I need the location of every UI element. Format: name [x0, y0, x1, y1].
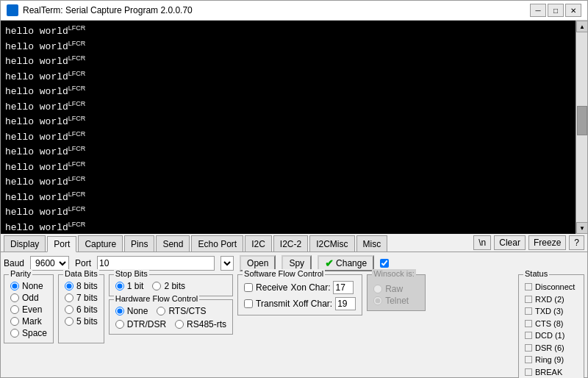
stop-bits-options: 1 bit 2 bits: [115, 281, 226, 291]
receive-checkbox[interactable]: [244, 283, 253, 292]
terminal-line: hello worldLFCR: [5, 190, 571, 205]
parity-space[interactable]: Space: [10, 328, 47, 338]
tab-send[interactable]: Send: [156, 235, 190, 252]
minimize-button[interactable]: ─: [530, 4, 546, 17]
data-bits-6[interactable]: 6 bits: [65, 304, 98, 315]
hw-none[interactable]: None: [115, 306, 148, 316]
baud-label: Baud: [4, 258, 24, 268]
parity-none[interactable]: None: [10, 281, 47, 291]
terminal: hello worldLFCRhello worldLFCRhello worl…: [1, 21, 576, 234]
scroll-up-button[interactable]: ▲: [576, 21, 588, 32]
winsock-options: Raw Telnet: [373, 284, 419, 306]
help-button[interactable]: ?: [569, 235, 584, 250]
terminal-line: hello worldLFCR: [5, 84, 571, 99]
xon-label: Xon Char:: [290, 282, 330, 293]
change-label: Change: [336, 258, 367, 268]
status-dcd: DCD (1): [525, 329, 578, 342]
transmit-label: Transmit: [256, 299, 290, 309]
terminal-line: hello worldLFCR: [5, 204, 571, 220]
status-panel: Status Disconnect RXD (2) TXD (3) CTS (8…: [518, 274, 584, 378]
tab-i2c[interactable]: I2C: [245, 235, 272, 252]
data-bits-8[interactable]: 8 bits: [65, 281, 98, 291]
maximize-button[interactable]: □: [548, 4, 564, 17]
baud-select[interactable]: 9600: [30, 256, 69, 271]
ring-led: [525, 356, 532, 363]
scroll-thumb[interactable]: [577, 106, 587, 135]
software-flow-group: Software Flow Control Receive Xon Char: …: [237, 274, 362, 315]
terminal-line: hello worldLFCR: [5, 160, 571, 175]
terminal-line: hello worldLFCR: [5, 174, 571, 190]
title-bar: RealTerm: Serial Capture Program 2.0.0.7…: [1, 1, 587, 21]
hardware-flow-title: Hardware Flow Control: [114, 294, 199, 303]
xoff-label: Xoff Char:: [293, 299, 332, 309]
stop-hw-column: Stop Bits 1 bit 2 bits Hardware Flow Con…: [109, 274, 233, 343]
transmit-checkbox[interactable]: [244, 299, 253, 308]
rxd-led: [525, 296, 532, 303]
terminal-line: hello worldLFCR: [5, 220, 571, 234]
data-bits-7[interactable]: 7 bits: [65, 293, 98, 303]
parity-even[interactable]: Even: [10, 304, 47, 315]
port-input[interactable]: [97, 256, 215, 271]
port-dropdown[interactable]: [220, 256, 234, 271]
tab-i2cmisc[interactable]: I2CMisc: [309, 235, 354, 252]
receive-label: Receive: [256, 282, 287, 293]
middle-section: Parity None Odd Even Mark Space Data Bit…: [4, 274, 584, 378]
data-bits-title: Data Bits: [63, 269, 99, 278]
hw-rs485[interactable]: RS485-rts: [175, 319, 226, 329]
title-bar-left: RealTerm: Serial Capture Program 2.0.0.7…: [7, 4, 193, 16]
hw-flow-row2: DTR/DSR RS485-rts: [115, 319, 226, 329]
tab-i2c2[interactable]: I2C-2: [273, 235, 308, 252]
tab-echo-port[interactable]: Echo Port: [191, 235, 243, 252]
winsock-telnet[interactable]: Telnet: [373, 296, 419, 306]
scroll-down-button[interactable]: ▼: [576, 222, 588, 234]
stop-bits-2[interactable]: 2 bits: [152, 281, 185, 291]
parity-group: Parity None Odd Even Mark Space: [4, 274, 54, 343]
parity-options: None Odd Even Mark Space: [10, 281, 47, 338]
close-button[interactable]: ✕: [565, 4, 581, 17]
terminal-line: hello worldLFCR: [5, 69, 571, 85]
status-dsr: DSR (6): [525, 342, 578, 354]
status-disconnect: Disconnect: [525, 281, 578, 293]
tab-bar: Display Port Capture Pins Send Echo Port…: [1, 234, 587, 252]
tab-misc[interactable]: Misc: [356, 235, 388, 252]
status-ring: Ring (9): [525, 354, 578, 366]
dsr-led: [525, 344, 532, 352]
parity-odd[interactable]: Odd: [10, 293, 47, 303]
terminal-line: hello worldLFCR: [5, 39, 571, 54]
hw-dtrdsr[interactable]: DTR/DSR: [115, 319, 166, 329]
stop-bits-1[interactable]: 1 bit: [115, 281, 144, 291]
tab-pins[interactable]: Pins: [124, 235, 154, 252]
stop-bits-title: Stop Bits: [114, 269, 149, 278]
cts-led: [525, 320, 532, 327]
tab-display[interactable]: Display: [4, 235, 46, 252]
tab-capture[interactable]: Capture: [78, 235, 123, 252]
winsock-raw[interactable]: Raw: [373, 284, 419, 294]
data-bits-5[interactable]: 5 bits: [65, 316, 98, 327]
status-break: BREAK: [525, 366, 578, 379]
xon-input[interactable]: [333, 281, 354, 294]
app-icon: [7, 4, 18, 16]
newline-button[interactable]: \n: [473, 235, 491, 250]
hw-flow-row1: None RTS/CTS: [115, 306, 226, 316]
tab-port[interactable]: Port: [47, 236, 76, 252]
main-window: RealTerm: Serial Capture Program 2.0.0.7…: [0, 0, 588, 378]
status-items: Disconnect RXD (2) TXD (3) CTS (8) DCD (…: [525, 281, 578, 378]
clear-button[interactable]: Clear: [494, 235, 526, 250]
change-button[interactable]: ✔ Change: [318, 255, 374, 271]
txd-led: [525, 307, 532, 315]
hardware-flow-group: Hardware Flow Control None RTS/CTS DTR/D…: [109, 299, 233, 335]
xoff-input[interactable]: [335, 297, 356, 310]
dcd-led: [525, 332, 532, 339]
terminal-line: hello worldLFCR: [5, 99, 571, 115]
hw-rtscts[interactable]: RTS/CTS: [157, 306, 206, 316]
scroll-track[interactable]: [576, 32, 587, 222]
disconnect-led: [525, 283, 532, 290]
winsock-group: Winsock is: Raw Telnet: [367, 274, 426, 311]
break-led: [525, 368, 532, 376]
status-title: Status: [523, 269, 549, 278]
change-checkbox[interactable]: [380, 259, 389, 268]
terminal-scrollbar[interactable]: ▲ ▼: [576, 21, 587, 234]
parity-mark[interactable]: Mark: [10, 316, 47, 327]
hardware-flow-options: None RTS/CTS DTR/DSR RS485-rts: [115, 306, 226, 329]
freeze-button[interactable]: Freeze: [528, 235, 566, 250]
